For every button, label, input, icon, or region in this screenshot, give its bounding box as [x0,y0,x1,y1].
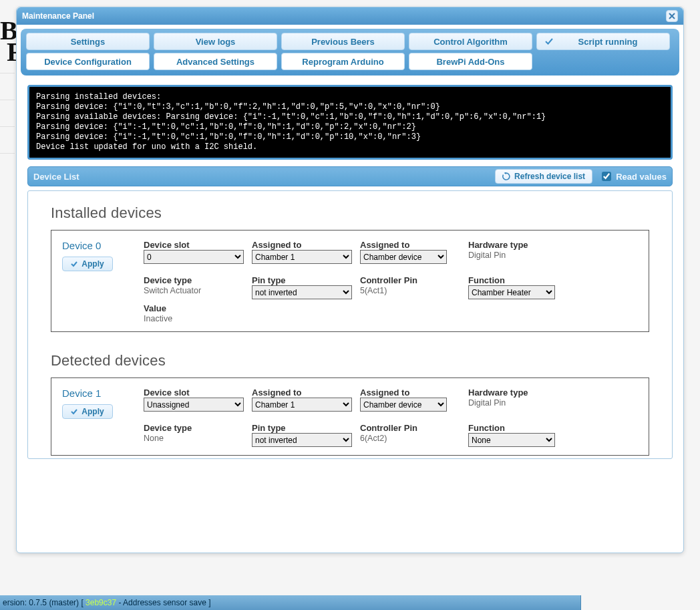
controller-pin-label: Controller Pin [360,275,460,285]
assigned-to-chamber-select[interactable]: Chamber 1 [252,398,352,412]
hardware-type-value: Digital Pin [468,398,568,408]
pin-type-select[interactable]: not inverted [252,285,352,299]
read-values-label: Read values [616,172,667,182]
value-label: Value [144,303,244,313]
console-output: Parsing installed devices: Parsing devic… [27,85,673,160]
device-type-label: Device type [144,275,244,285]
device-box-1: Device 1 Apply Device slot Unassigned [51,377,649,456]
device-list-title: Device List [33,172,495,182]
apply-button[interactable]: Apply [62,404,113,419]
controller-pin-value: 6(Act2) [360,434,460,443]
footer-hash: 3eb9c37 [85,598,116,607]
function-label: Function [468,275,568,285]
device-slot-select[interactable]: Unassigned [144,398,244,412]
dialog-close-button[interactable] [666,10,678,22]
device-id: Device 1 [62,388,136,399]
footer-suffix: - Addresses sensor save ] [116,598,210,607]
device-slot-label: Device slot [144,240,244,250]
assigned-to-chamber-select[interactable]: Chamber 1 [252,250,352,264]
assigned-to-device-select[interactable]: Chamber device [360,398,447,412]
device-box-0: Device 0 Apply Device slot 0 [51,230,649,332]
tab-advanced-settings[interactable]: Advanced Settings [154,53,277,70]
footer-prefix: ersion: 0.7.5 (master) [ [3,598,85,607]
apply-button-label: Apply [81,259,104,269]
device-list-bar: Device List Refresh device list Read val… [27,166,673,186]
footer-version-bar: ersion: 0.7.5 (master) [ 3eb9c37 - Addre… [0,595,581,610]
read-values-toggle[interactable]: Read values [599,170,667,183]
controller-pin-value: 5(Act1) [360,286,460,295]
tab-device-configuration[interactable]: Device Configuration [26,53,150,70]
read-values-checkbox[interactable] [602,172,611,181]
check-icon [542,37,556,45]
tabstrip: Settings View logs Previous Beers Contro… [21,29,679,75]
hardware-type-value: Digital Pin [468,251,568,260]
assigned-to-device-select[interactable]: Chamber device [360,250,447,264]
apply-button[interactable]: Apply [62,257,113,271]
pin-type-select[interactable]: not inverted [252,433,352,447]
tab-reprogram-arduino[interactable]: Reprogram Arduino [281,53,405,70]
maintenance-panel-dialog: Maintenance Panel Settings View logs Pre… [16,7,684,553]
refresh-device-list-label: Refresh device list [514,172,585,181]
refresh-icon [502,172,510,180]
device-scroll[interactable]: Installed devices Device 0 Apply [28,191,672,458]
hardware-type-label: Hardware type [468,240,568,250]
tab-brewpi-addons[interactable]: BrewPi Add-Ons [409,53,532,70]
tab-script-running[interactable]: Script running [536,33,670,50]
device-slot-label: Device slot [144,388,244,398]
pin-type-label: Pin type [252,275,352,285]
dialog-title: Maintenance Panel [22,11,666,21]
controller-pin-label: Controller Pin [360,423,460,433]
tab-view-logs[interactable]: View logs [154,33,277,50]
apply-button-label: Apply [81,407,104,416]
detected-devices-heading: Detected devices [51,352,649,369]
value-value: Inactive [144,314,244,323]
device-id: Device 0 [62,240,136,251]
function-select[interactable]: Chamber Heater [468,285,555,299]
tab-settings[interactable]: Settings [26,33,150,50]
dialog-titlebar: Maintenance Panel [17,7,683,25]
device-type-label: Device type [144,423,244,433]
hardware-type-label: Hardware type [468,388,568,398]
assigned-to-label: Assigned to [360,388,460,398]
tab-previous-beers[interactable]: Previous Beers [281,33,405,50]
device-area: Installed devices Device 0 Apply [27,190,673,459]
assigned-to-label: Assigned to [252,388,352,398]
check-icon [71,261,77,267]
tab-script-running-label: Script running [561,37,655,47]
function-select[interactable]: None [468,433,555,447]
check-icon [71,408,77,415]
assigned-to-label: Assigned to [360,240,460,250]
device-type-value: Switch Actuator [144,286,244,295]
pin-type-label: Pin type [252,423,352,433]
function-label: Function [468,423,568,433]
device-slot-select[interactable]: 0 [144,250,244,264]
background-left-strip [0,47,15,581]
refresh-device-list-button[interactable]: Refresh device list [495,169,592,184]
device-type-value: None [144,434,244,443]
assigned-to-label: Assigned to [252,240,352,250]
close-icon [669,13,675,19]
tab-control-algorithm[interactable]: Control Algorithm [409,33,532,50]
installed-devices-heading: Installed devices [51,204,649,222]
